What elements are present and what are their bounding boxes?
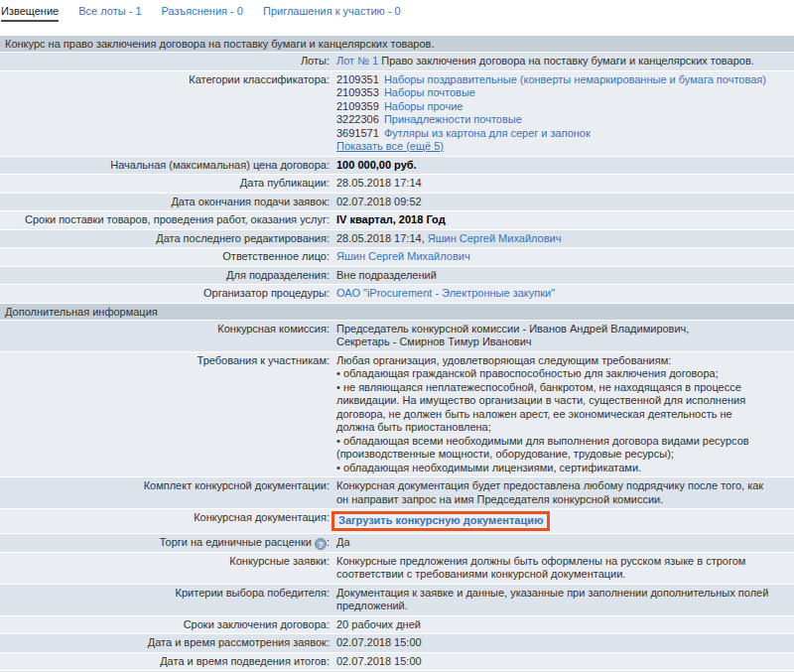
row-publication-date-value: 28.05.2018 17:14 <box>330 176 794 192</box>
row-last-edited: Дата последнего редактирования: 28.05.20… <box>0 230 794 248</box>
row-doc-download: Конкурсная документация: Загрузить конку… <box>0 509 794 533</box>
row-criteria: Критерии выбора победителя: Документация… <box>0 585 794 615</box>
row-categories-value: 2109351 Наборы поздравительные (конверты… <box>330 72 794 155</box>
category-link[interactable]: Футляры из картона для серег и запонок <box>384 127 591 139</box>
row-publication-date-label: Дата публикации: <box>0 176 330 192</box>
unit-prices-label-text: Торги на единичные расценки <box>160 536 312 548</box>
row-requirements-label: Требования к участникам: <box>0 353 330 476</box>
category-code: 3222306 <box>336 113 379 125</box>
row-price: Начальная (максимальная) цена договора: … <box>0 157 794 175</box>
row-categories-label: Категории классификатора: <box>0 72 330 155</box>
category-code: 2109359 <box>336 100 379 112</box>
row-requirements-value: Любая организация, удовлетворяющая следу… <box>330 353 794 476</box>
row-bids: Конкурсные заявки: Конкурсные предложени… <box>0 553 794 584</box>
row-last-edited-value: 28.05.2018 17:14, Яшин Сергей Михайлович <box>330 231 794 247</box>
row-bid-deadline-label: Дата окончания подачи заявок: <box>0 195 330 210</box>
category-show-all-line: Показать все (ещё 5) <box>336 140 772 154</box>
row-lots-label: Лоты: <box>0 54 330 69</box>
requirements-intro: Любая организация, удовлетворяющая следу… <box>336 354 772 368</box>
requirement-item: • не являющаяся неплатежеспособной, банк… <box>336 381 772 435</box>
organizer-link[interactable]: ОАО "iProcurement - Электронные закупки" <box>336 287 555 299</box>
row-contract-term-value: 20 рабочих дней <box>330 617 794 633</box>
row-doc-package-value: Конкурсная документация будет предоставл… <box>330 478 794 507</box>
category-code: 2109353 <box>336 86 379 98</box>
lot-1-title: Право заключения договора на поставку бу… <box>381 55 754 67</box>
row-doc-package: Комплект конкурсной документации: Конкур… <box>0 477 794 508</box>
requirement-item: • обладающая необходимыми лицензиями, се… <box>336 462 772 475</box>
row-doc-package-label: Комплект конкурсной документации: <box>0 478 330 507</box>
tab-clarifications[interactable]: Разъяснения - 0 <box>162 5 243 17</box>
category-item: 2109353 Наборы почтовые <box>336 86 772 100</box>
row-bid-deadline-value: 02.07.2018 09:52 <box>330 195 794 210</box>
row-commission: Конкурсная комиссия: Председатель конкур… <box>0 321 794 351</box>
row-bid-deadline: Дата окончания подачи заявок: 02.07.2018… <box>0 194 794 211</box>
requirement-item: • обладающая всеми необходимыми для выпо… <box>336 435 772 462</box>
category-link[interactable]: Принадлежности почтовые <box>384 113 522 125</box>
row-results-date-label: Дата и время подведения итогов: <box>0 654 330 670</box>
last-edited-date: 28.05.2018 17:14, <box>336 232 425 244</box>
row-requirements: Требования к участникам: Любая организац… <box>0 352 794 477</box>
download-doc-link[interactable]: Загрузить конкурсную документацию <box>338 514 543 526</box>
last-edited-user-link[interactable]: Яшин Сергей Михайлович <box>428 232 562 244</box>
row-responsible-person-label: Ответственное лицо: <box>0 249 330 265</box>
category-code: 2109351 <box>336 73 379 85</box>
row-contract-term: Сроки заключения договора: 20 рабочих дн… <box>0 616 794 634</box>
row-results-date-value: 02.07.2018 15:00 <box>330 654 794 670</box>
row-bids-label: Конкурсные заявки: <box>0 554 330 583</box>
row-categories: Категории классификатора: 2109351 Наборы… <box>0 71 794 156</box>
row-contract-term-label: Сроки заключения договора: <box>0 617 330 633</box>
row-results-date: Дата и время подведения итогов: 02.07.20… <box>0 653 794 671</box>
row-organizer-value: ОАО "iProcurement - Электронные закупки" <box>330 286 794 302</box>
category-link[interactable]: Наборы поздравительные (конверты немарки… <box>384 73 766 85</box>
tab-all-lots[interactable]: Все лоты - 1 <box>78 5 141 17</box>
category-item: 3691571 Футляры из картона для серег и з… <box>336 127 772 141</box>
commission-chairman: Председатель конкурсной комиссии - Ивано… <box>336 323 772 336</box>
responsible-person-link[interactable]: Яшин Сергей Михайлович <box>336 250 470 262</box>
row-unit-prices-label: Торги на единичные расценки ?: <box>0 535 330 551</box>
row-responsible-person-value: Яшин Сергей Михайлович <box>330 249 794 265</box>
row-doc-download-value: Загрузить конкурсную документацию <box>330 510 794 532</box>
row-review-date-label: Дата и время рассмотрения заявок: <box>0 635 330 651</box>
show-all-categories-link[interactable]: Показать все (ещё 5) <box>336 140 444 152</box>
row-lots: Лоты: Лот № 1 Право заключения договора … <box>0 53 794 70</box>
category-code: 3691571 <box>336 127 379 139</box>
commission-secretary: Секретарь - Смирнов Тимур Иванович <box>336 336 772 349</box>
row-delivery-terms: Сроки поставки товаров, проведения работ… <box>0 211 794 229</box>
row-responsible-person: Ответственное лицо: Яшин Сергей Михайлов… <box>0 248 794 266</box>
row-commission-value: Председатель конкурсной комиссии - Ивано… <box>330 322 794 350</box>
row-review-date-value: 02.07.2018 15:00 <box>330 635 794 651</box>
category-item: 3222306 Принадлежности почтовые <box>336 113 772 127</box>
row-bids-value: Конкурсные предложения должны быть оформ… <box>330 554 794 583</box>
category-item: 2109351 Наборы поздравительные (конверты… <box>336 73 772 87</box>
row-department-value: Вне подразделений <box>330 268 794 284</box>
row-publication-date: Дата публикации: 28.05.2018 17:14 <box>0 175 794 193</box>
requirement-item: • обладающая гражданской правоспособност… <box>336 367 772 381</box>
category-link[interactable]: Наборы почтовые <box>384 86 475 98</box>
row-department-label: Для подразделения: <box>0 268 330 284</box>
help-icon[interactable]: ? <box>315 538 327 550</box>
tab-notice[interactable]: Извещение <box>1 5 59 22</box>
row-organizer: Организатор процедуры: ОАО "iProcurement… <box>0 285 794 303</box>
row-organizer-label: Организатор процедуры: <box>0 286 330 302</box>
lot-1-link[interactable]: Лот № 1 <box>336 55 378 67</box>
category-item: 2109359 Наборы прочие <box>336 100 772 114</box>
tender-notice-page: Извещение Все лоты - 1 Разъяснения - 0 П… <box>0 0 794 672</box>
row-review-date: Дата и время рассмотрения заявок: 02.07.… <box>0 634 794 652</box>
additional-info-header: Дополнительная информация <box>0 304 794 320</box>
category-link[interactable]: Наборы прочие <box>384 100 463 112</box>
row-price-value: 100 000,00 руб. <box>330 158 794 174</box>
row-doc-download-label: Конкурсная документация: <box>0 510 330 532</box>
row-criteria-value: Документация к заявке и данные, указанны… <box>330 586 794 614</box>
tab-invitations[interactable]: Приглашения к участию - 0 <box>263 5 401 17</box>
highlight-box: Загрузить конкурсную документацию <box>331 511 550 531</box>
row-unit-prices: Торги на единичные расценки ?: Да <box>0 534 794 552</box>
tender-title-bar: Конкурс на право заключения договора на … <box>0 36 794 52</box>
row-department: Для подразделения: Вне подразделений <box>0 267 794 285</box>
tab-bar: Извещение Все лоты - 1 Разъяснения - 0 П… <box>0 0 794 28</box>
row-commission-label: Конкурсная комиссия: <box>0 322 330 350</box>
row-criteria-label: Критерии выбора победителя: <box>0 586 330 614</box>
row-price-label: Начальная (максимальная) цена договора: <box>0 158 330 174</box>
row-delivery-terms-label: Сроки поставки товаров, проведения работ… <box>0 212 330 228</box>
row-unit-prices-value: Да <box>330 535 794 551</box>
row-lots-value: Лот № 1 Право заключения договора на пос… <box>330 54 794 69</box>
